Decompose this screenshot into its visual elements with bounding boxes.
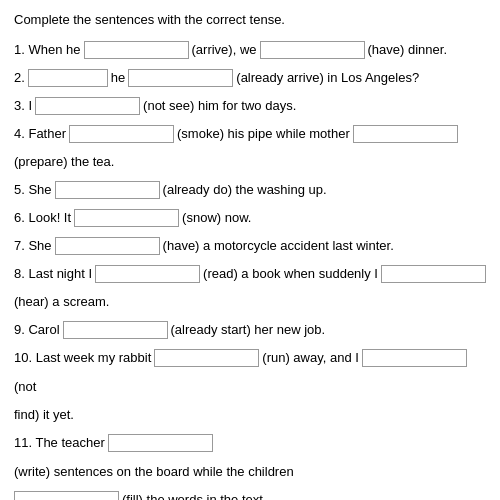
s3-t1: (not see) him for two days. [143, 93, 296, 119]
sentence-5: 5. She (already do) the washing up. [14, 177, 486, 203]
s4-t1: (smoke) his pipe while mother [177, 121, 350, 147]
sentence-8b: (hear) a scream. [14, 289, 486, 315]
sentence-1: 1. When he (arrive), we (have) dinner. [14, 37, 486, 63]
sentence-7: 7. She (have) a motorcycle accident last… [14, 233, 486, 259]
exercise: 1. When he (arrive), we (have) dinner. 2… [14, 37, 486, 500]
s11-blank1[interactable] [108, 434, 213, 452]
s1-t2: (have) dinner. [368, 37, 448, 63]
s3-num: 3. I [14, 93, 32, 119]
s9-num: 9. Carol [14, 317, 60, 343]
s7-num: 7. She [14, 233, 52, 259]
s5-num: 5. She [14, 177, 52, 203]
s10-t3: find) it yet. [14, 402, 74, 428]
s7-t1: (have) a motorcycle accident last winter… [163, 233, 394, 259]
s1-blank2[interactable] [260, 41, 365, 59]
sentence-10b: find) it yet. [14, 402, 486, 428]
s9-t1: (already start) her new job. [171, 317, 326, 343]
s6-t1: (snow) now. [182, 205, 251, 231]
s10-t2: (not [14, 374, 36, 400]
sentence-11b: (fill) the words in the text. [14, 487, 486, 500]
s8-t1: (read) a book when suddenly I [203, 261, 378, 287]
sentence-2: 2. he (already arrive) in Los Angeles? [14, 65, 486, 91]
s4-blank1[interactable] [69, 125, 174, 143]
sentence-11a: 11. The teacher (write) sentences on the… [14, 430, 486, 485]
s6-num: 6. Look! It [14, 205, 71, 231]
sentence-9: 9. Carol (already start) her new job. [14, 317, 486, 343]
s1-num: 1. When he [14, 37, 81, 63]
s10-blank1[interactable] [154, 349, 259, 367]
s4-t2: (prepare) the tea. [14, 149, 114, 175]
s4-num: 4. Father [14, 121, 66, 147]
s4-blank2[interactable] [353, 125, 458, 143]
s2-blank2[interactable] [128, 69, 233, 87]
s1-blank1[interactable] [84, 41, 189, 59]
s6-blank1[interactable] [74, 209, 179, 227]
s5-t1: (already do) the washing up. [163, 177, 327, 203]
sentence-3: 3. I (not see) him for two days. [14, 93, 486, 119]
instructions: Complete the sentences with the correct … [14, 12, 486, 27]
s2-num: 2. [14, 65, 25, 91]
s8-t2: (hear) a scream. [14, 289, 109, 315]
s5-blank1[interactable] [55, 181, 160, 199]
s10-t1: (run) away, and I [262, 345, 359, 371]
s11-blank2[interactable] [14, 491, 119, 500]
sentence-10a: 10. Last week my rabbit (run) away, and … [14, 345, 486, 400]
s11-t2: (fill) the words in the text. [122, 487, 267, 500]
sentence-6: 6. Look! It (snow) now. [14, 205, 486, 231]
s2-t1: he [111, 65, 125, 91]
s11-t1: (write) sentences on the board while the… [14, 459, 294, 485]
s2-t2: (already arrive) in Los Angeles? [236, 65, 419, 91]
s7-blank1[interactable] [55, 237, 160, 255]
s8-blank1[interactable] [95, 265, 200, 283]
s10-num: 10. Last week my rabbit [14, 345, 151, 371]
s3-blank1[interactable] [35, 97, 140, 115]
s10-blank2[interactable] [362, 349, 467, 367]
sentence-8a: 8. Last night I (read) a book when sudde… [14, 261, 486, 287]
s8-blank2[interactable] [381, 265, 486, 283]
sentence-4b: (prepare) the tea. [14, 149, 486, 175]
s11-num: 11. The teacher [14, 430, 105, 456]
s9-blank1[interactable] [63, 321, 168, 339]
s1-t1: (arrive), we [192, 37, 257, 63]
s8-num: 8. Last night I [14, 261, 92, 287]
s2-blank1[interactable] [28, 69, 108, 87]
sentence-4a: 4. Father (smoke) his pipe while mother [14, 121, 486, 147]
